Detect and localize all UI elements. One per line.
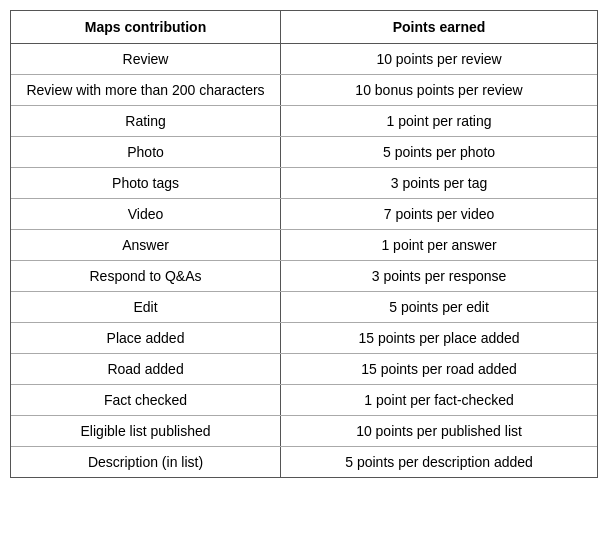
table-row: Review with more than 200 characters10 b… [11,75,597,106]
points-cell: 3 points per response [281,261,597,292]
points-cell: 10 points per review [281,44,597,75]
table-row: Photo5 points per photo [11,137,597,168]
points-cell: 10 bonus points per review [281,75,597,106]
points-cell: 1 point per rating [281,106,597,137]
points-cell: 1 point per fact-checked [281,385,597,416]
table-row: Review10 points per review [11,44,597,75]
contribution-cell: Road added [11,354,281,385]
contribution-cell: Eligible list published [11,416,281,447]
table-row: Edit5 points per edit [11,292,597,323]
contribution-cell: Review with more than 200 characters [11,75,281,106]
contribution-cell: Video [11,199,281,230]
contribution-cell: Place added [11,323,281,354]
header-points: Points earned [281,11,597,44]
table-row: Place added15 points per place added [11,323,597,354]
table-row: Eligible list published10 points per pub… [11,416,597,447]
table-row: Video7 points per video [11,199,597,230]
maps-contribution-table: Maps contribution Points earned Review10… [11,11,597,477]
points-cell: 15 points per road added [281,354,597,385]
contribution-cell: Photo [11,137,281,168]
points-cell: 5 points per edit [281,292,597,323]
points-cell: 15 points per place added [281,323,597,354]
contribution-cell: Photo tags [11,168,281,199]
points-cell: 3 points per tag [281,168,597,199]
table-row: Description (in list)5 points per descri… [11,447,597,478]
contribution-cell: Answer [11,230,281,261]
table-row: Photo tags3 points per tag [11,168,597,199]
table-row: Respond to Q&As3 points per response [11,261,597,292]
points-cell: 10 points per published list [281,416,597,447]
points-table-container: Maps contribution Points earned Review10… [10,10,598,478]
table-row: Answer1 point per answer [11,230,597,261]
points-cell: 5 points per photo [281,137,597,168]
table-row: Fact checked1 point per fact-checked [11,385,597,416]
contribution-cell: Rating [11,106,281,137]
contribution-cell: Respond to Q&As [11,261,281,292]
points-cell: 5 points per description added [281,447,597,478]
table-header-row: Maps contribution Points earned [11,11,597,44]
contribution-cell: Review [11,44,281,75]
contribution-cell: Fact checked [11,385,281,416]
points-cell: 1 point per answer [281,230,597,261]
contribution-cell: Edit [11,292,281,323]
table-row: Rating1 point per rating [11,106,597,137]
table-row: Road added15 points per road added [11,354,597,385]
points-cell: 7 points per video [281,199,597,230]
header-contribution: Maps contribution [11,11,281,44]
contribution-cell: Description (in list) [11,447,281,478]
